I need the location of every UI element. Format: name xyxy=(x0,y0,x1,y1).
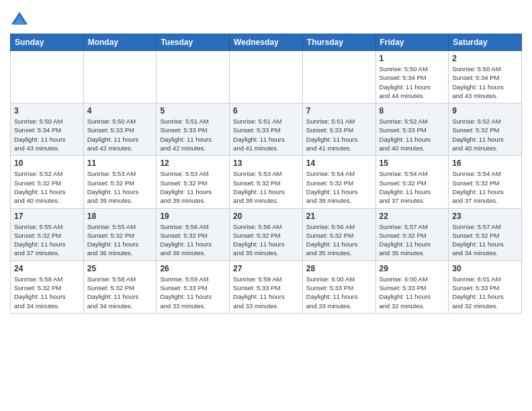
day-number: 17 xyxy=(14,212,80,221)
day-number: 12 xyxy=(160,158,226,168)
calendar-cell: 6Sunrise: 5:51 AM Sunset: 5:33 PM Daylig… xyxy=(230,103,303,156)
day-info: Sunrise: 5:50 AM Sunset: 5:34 PM Dayligh… xyxy=(14,117,80,152)
day-info: Sunrise: 5:52 AM Sunset: 5:33 PM Dayligh… xyxy=(380,117,445,152)
calendar-cell: 17Sunrise: 5:55 AM Sunset: 5:32 PM Dayli… xyxy=(11,208,84,261)
calendar-cell: 11Sunrise: 5:53 AM Sunset: 5:32 PM Dayli… xyxy=(83,156,157,208)
day-info: Sunrise: 5:59 AM Sunset: 5:33 PM Dayligh… xyxy=(160,275,226,310)
calendar-cell xyxy=(302,51,375,103)
calendar-cell: 2Sunrise: 5:50 AM Sunset: 5:34 PM Daylig… xyxy=(449,51,522,103)
calendar-cell: 18Sunrise: 5:55 AM Sunset: 5:32 PM Dayli… xyxy=(83,208,157,261)
day-info: Sunrise: 5:59 AM Sunset: 5:33 PM Dayligh… xyxy=(233,275,299,310)
calendar-cell xyxy=(157,51,230,103)
day-number: 7 xyxy=(306,106,372,116)
calendar-cell: 22Sunrise: 5:57 AM Sunset: 5:32 PM Dayli… xyxy=(375,208,449,261)
calendar-cell: 30Sunrise: 6:01 AM Sunset: 5:33 PM Dayli… xyxy=(449,261,522,313)
day-number: 15 xyxy=(380,158,445,168)
page: SundayMondayTuesdayWednesdayThursdayFrid… xyxy=(0,0,532,324)
calendar-cell: 16Sunrise: 5:54 AM Sunset: 5:32 PM Dayli… xyxy=(449,156,522,208)
day-info: Sunrise: 5:54 AM Sunset: 5:32 PM Dayligh… xyxy=(452,169,518,205)
day-number: 22 xyxy=(380,212,445,221)
calendar-cell: 29Sunrise: 6:00 AM Sunset: 5:33 PM Dayli… xyxy=(375,261,449,313)
logo xyxy=(10,9,32,28)
day-info: Sunrise: 5:51 AM Sunset: 5:33 PM Dayligh… xyxy=(233,117,299,152)
calendar-cell: 10Sunrise: 5:52 AM Sunset: 5:32 PM Dayli… xyxy=(11,156,84,208)
day-info: Sunrise: 5:50 AM Sunset: 5:34 PM Dayligh… xyxy=(452,64,518,100)
day-number: 3 xyxy=(14,106,80,116)
calendar-cell: 15Sunrise: 5:54 AM Sunset: 5:32 PM Dayli… xyxy=(375,156,449,208)
calendar-header: SundayMondayTuesdayWednesdayThursdayFrid… xyxy=(11,34,522,51)
day-number: 1 xyxy=(380,54,445,63)
day-number: 18 xyxy=(87,212,153,221)
day-info: Sunrise: 5:51 AM Sunset: 5:33 PM Dayligh… xyxy=(306,117,372,152)
day-number: 27 xyxy=(233,264,299,273)
day-info: Sunrise: 5:55 AM Sunset: 5:32 PM Dayligh… xyxy=(87,222,153,258)
calendar-cell: 1Sunrise: 5:50 AM Sunset: 5:34 PM Daylig… xyxy=(375,51,449,103)
header-day-sunday: Sunday xyxy=(11,34,84,51)
day-number: 9 xyxy=(452,106,518,116)
calendar-cell: 13Sunrise: 5:53 AM Sunset: 5:32 PM Dayli… xyxy=(230,156,303,208)
day-info: Sunrise: 5:55 AM Sunset: 5:32 PM Dayligh… xyxy=(14,222,80,258)
day-info: Sunrise: 5:50 AM Sunset: 5:33 PM Dayligh… xyxy=(87,117,153,152)
week-row-1: 1Sunrise: 5:50 AM Sunset: 5:34 PM Daylig… xyxy=(11,51,522,103)
calendar-cell: 25Sunrise: 5:58 AM Sunset: 5:32 PM Dayli… xyxy=(83,261,157,313)
calendar-cell: 14Sunrise: 5:54 AM Sunset: 5:32 PM Dayli… xyxy=(302,156,375,208)
day-info: Sunrise: 5:57 AM Sunset: 5:32 PM Dayligh… xyxy=(452,222,518,258)
day-number: 10 xyxy=(14,158,80,168)
day-number: 25 xyxy=(87,264,153,273)
day-number: 30 xyxy=(452,264,518,273)
calendar-cell: 20Sunrise: 5:56 AM Sunset: 5:32 PM Dayli… xyxy=(230,208,303,261)
calendar-cell: 21Sunrise: 5:56 AM Sunset: 5:32 PM Dayli… xyxy=(302,208,375,261)
calendar-cell: 3Sunrise: 5:50 AM Sunset: 5:34 PM Daylig… xyxy=(11,103,84,156)
header-day-wednesday: Wednesday xyxy=(230,34,303,51)
calendar-cell: 4Sunrise: 5:50 AM Sunset: 5:33 PM Daylig… xyxy=(83,103,157,156)
calendar-cell: 7Sunrise: 5:51 AM Sunset: 5:33 PM Daylig… xyxy=(302,103,375,156)
calendar-cell: 23Sunrise: 5:57 AM Sunset: 5:32 PM Dayli… xyxy=(449,208,522,261)
day-number: 26 xyxy=(160,264,226,273)
calendar-cell: 24Sunrise: 5:58 AM Sunset: 5:32 PM Dayli… xyxy=(11,261,84,313)
header-day-monday: Monday xyxy=(83,34,157,51)
header-day-thursday: Thursday xyxy=(302,34,375,51)
day-info: Sunrise: 5:58 AM Sunset: 5:32 PM Dayligh… xyxy=(14,275,80,310)
day-info: Sunrise: 5:54 AM Sunset: 5:32 PM Dayligh… xyxy=(306,169,372,205)
day-number: 8 xyxy=(380,106,445,116)
day-info: Sunrise: 5:58 AM Sunset: 5:32 PM Dayligh… xyxy=(87,275,153,310)
calendar-cell: 19Sunrise: 5:56 AM Sunset: 5:32 PM Dayli… xyxy=(157,208,230,261)
day-number: 21 xyxy=(306,212,372,221)
calendar-cell: 12Sunrise: 5:53 AM Sunset: 5:32 PM Dayli… xyxy=(157,156,230,208)
header-day-saturday: Saturday xyxy=(449,34,522,51)
day-number: 2 xyxy=(452,54,518,63)
day-number: 4 xyxy=(87,106,153,116)
day-info: Sunrise: 5:54 AM Sunset: 5:32 PM Dayligh… xyxy=(380,169,445,205)
day-info: Sunrise: 5:53 AM Sunset: 5:32 PM Dayligh… xyxy=(233,169,299,205)
day-number: 19 xyxy=(160,212,226,221)
calendar-cell: 26Sunrise: 5:59 AM Sunset: 5:33 PM Dayli… xyxy=(157,261,230,313)
calendar-cell: 5Sunrise: 5:51 AM Sunset: 5:33 PM Daylig… xyxy=(157,103,230,156)
day-info: Sunrise: 5:50 AM Sunset: 5:34 PM Dayligh… xyxy=(380,64,445,100)
day-number: 24 xyxy=(14,264,80,273)
day-number: 13 xyxy=(233,158,299,168)
day-number: 5 xyxy=(160,106,226,116)
week-row-3: 10Sunrise: 5:52 AM Sunset: 5:32 PM Dayli… xyxy=(11,156,522,208)
day-info: Sunrise: 5:53 AM Sunset: 5:32 PM Dayligh… xyxy=(160,169,226,205)
calendar-body: 1Sunrise: 5:50 AM Sunset: 5:34 PM Daylig… xyxy=(11,51,522,314)
day-number: 23 xyxy=(452,212,518,221)
week-row-2: 3Sunrise: 5:50 AM Sunset: 5:34 PM Daylig… xyxy=(11,103,522,156)
calendar: SundayMondayTuesdayWednesdayThursdayFrid… xyxy=(10,34,522,314)
day-info: Sunrise: 5:57 AM Sunset: 5:32 PM Dayligh… xyxy=(380,222,445,258)
day-info: Sunrise: 6:01 AM Sunset: 5:33 PM Dayligh… xyxy=(452,275,518,310)
day-number: 29 xyxy=(380,264,445,273)
day-number: 6 xyxy=(233,106,299,116)
calendar-cell xyxy=(11,51,84,103)
calendar-cell: 28Sunrise: 6:00 AM Sunset: 5:33 PM Dayli… xyxy=(302,261,375,313)
day-number: 16 xyxy=(452,158,518,168)
week-row-4: 17Sunrise: 5:55 AM Sunset: 5:32 PM Dayli… xyxy=(11,208,522,261)
calendar-cell: 27Sunrise: 5:59 AM Sunset: 5:33 PM Dayli… xyxy=(230,261,303,313)
header-day-friday: Friday xyxy=(375,34,449,51)
calendar-cell xyxy=(230,51,303,103)
day-info: Sunrise: 6:00 AM Sunset: 5:33 PM Dayligh… xyxy=(380,275,445,310)
day-info: Sunrise: 5:56 AM Sunset: 5:32 PM Dayligh… xyxy=(306,222,372,258)
header-row: SundayMondayTuesdayWednesdayThursdayFrid… xyxy=(11,34,522,51)
day-number: 20 xyxy=(233,212,299,221)
day-info: Sunrise: 6:00 AM Sunset: 5:33 PM Dayligh… xyxy=(306,275,372,310)
day-info: Sunrise: 5:56 AM Sunset: 5:32 PM Dayligh… xyxy=(233,222,299,258)
